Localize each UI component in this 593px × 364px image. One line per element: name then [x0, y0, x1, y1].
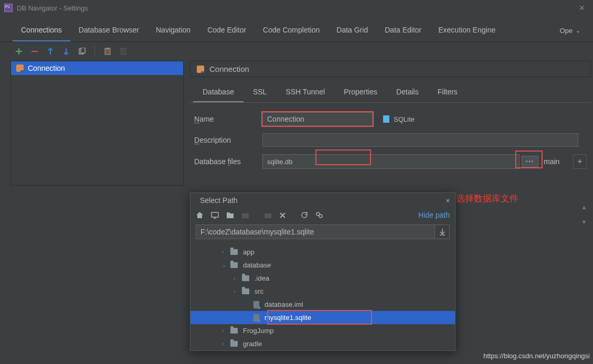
- tree-item-label: gradle: [243, 340, 262, 348]
- down-icon[interactable]: [62, 47, 70, 56]
- add-file-button[interactable]: +: [573, 154, 587, 169]
- hide-path-link[interactable]: Hide path: [418, 211, 450, 219]
- folder-icon: [242, 275, 249, 281]
- tree-item-src[interactable]: ›src: [196, 285, 455, 298]
- window-title: DB Navigator - Settings: [17, 4, 88, 12]
- tree-item-mysqlite1-sqlite[interactable]: mysqlite1.sqlite: [190, 311, 455, 324]
- svg-rect-3: [106, 48, 109, 49]
- folder-icon: [230, 249, 238, 255]
- svg-rect-5: [122, 48, 125, 49]
- subtab-properties[interactable]: Properties: [334, 84, 387, 102]
- folder-icon: [242, 288, 249, 294]
- refresh-icon[interactable]: [301, 211, 308, 219]
- tab-overflow[interactable]: Ope⌄: [559, 27, 580, 35]
- subtab-database[interactable]: Database: [193, 84, 243, 102]
- sqlite-icon: [383, 115, 389, 123]
- folder-icon: [230, 262, 238, 268]
- dialog-title: Select Path: [200, 196, 238, 205]
- tab-execution-engine[interactable]: Execution Engine: [430, 20, 504, 41]
- remove-icon[interactable]: [30, 47, 39, 56]
- tab-data-grid[interactable]: Data Grid: [328, 20, 376, 41]
- subtab-details[interactable]: Details: [387, 84, 428, 102]
- paste-icon[interactable]: [103, 47, 112, 56]
- dialog-close-icon[interactable]: ×: [446, 197, 450, 205]
- folder-icon: [230, 341, 238, 347]
- tab-navigation[interactable]: Navigation: [147, 20, 199, 41]
- tree-item--idea[interactable]: ›.idea: [196, 272, 455, 285]
- tree-item-app[interactable]: ›app: [196, 245, 455, 259]
- paste-disabled-icon: [119, 47, 128, 56]
- database-file-input[interactable]: sqlite.db: [262, 154, 520, 169]
- svg-rect-8: [227, 212, 230, 214]
- project-icon[interactable]: [226, 212, 234, 219]
- new-folder-icon: [264, 212, 272, 219]
- subtab-filters[interactable]: Filters: [428, 84, 467, 102]
- tree-item-database-iml[interactable]: database.iml: [196, 298, 455, 311]
- dialog-toolbar: Hide path: [190, 208, 455, 222]
- tree-item-label: mysqlite1.sqlite: [264, 314, 311, 322]
- chevron-right-icon: ›: [222, 328, 227, 334]
- app-icon: [4, 4, 13, 12]
- tree-item-label: database: [243, 261, 271, 269]
- subtab-ssh-tunnel[interactable]: SSH Tunnel: [276, 84, 334, 102]
- up-icon[interactable]: [46, 47, 55, 56]
- folder-icon: [230, 328, 238, 334]
- file-tree: ›app⌄database›.idea›srcdatabase.imlmysql…: [190, 244, 455, 350]
- select-path-dialog: Select Path × Hide path ›app⌄database›.i…: [190, 192, 456, 351]
- chevron-right-icon: ›: [234, 288, 239, 294]
- top-tabbar: Connections Database Browser Navigation …: [0, 20, 593, 42]
- svg-rect-6: [211, 212, 218, 217]
- tree-item-label: database.iml: [264, 301, 303, 308]
- svg-rect-10: [264, 213, 271, 218]
- tree-item-label: .idea: [255, 274, 269, 282]
- show-hidden-icon[interactable]: [315, 211, 323, 219]
- tree-item-database[interactable]: ⌄database: [196, 259, 455, 272]
- copy-icon[interactable]: [78, 47, 86, 56]
- chevron-right-icon: ›: [222, 341, 227, 347]
- description-input[interactable]: [262, 133, 578, 147]
- chevron-right-icon: ›: [234, 275, 239, 281]
- svg-point-12: [319, 215, 322, 218]
- history-button[interactable]: [435, 224, 450, 239]
- toolbar: [0, 42, 593, 61]
- tree-item-gradle[interactable]: ›gradle: [196, 337, 455, 350]
- add-icon[interactable]: [15, 47, 23, 56]
- svg-rect-1: [81, 48, 85, 53]
- module-icon: [241, 212, 249, 219]
- watermark: https://blog.csdn.net/yuzhongqingsi: [483, 352, 590, 360]
- chevron-down-icon: ⌄: [576, 27, 580, 34]
- move-down-button[interactable]: ▼: [577, 215, 591, 229]
- chevron-right-icon: ›: [222, 249, 227, 255]
- name-input[interactable]: [262, 112, 373, 126]
- sidebar-item-label: Connection: [28, 64, 65, 72]
- tab-database-browser[interactable]: Database Browser: [70, 20, 147, 41]
- sidebar-item-connection[interactable]: Connection: [11, 61, 183, 75]
- tree-item-frogjump[interactable]: ›FrogJump: [196, 324, 455, 337]
- panel-title: Connection: [209, 65, 249, 73]
- desktop-icon[interactable]: [211, 212, 219, 219]
- move-up-button[interactable]: ▲: [577, 200, 591, 214]
- home-icon[interactable]: [196, 211, 204, 219]
- main-area: Connection Connection Database SSL SSH T…: [0, 61, 593, 186]
- connection-icon: [197, 66, 204, 73]
- path-input[interactable]: [196, 224, 435, 239]
- toolbar-divider: [94, 46, 95, 57]
- close-icon[interactable]: ×: [575, 3, 589, 14]
- subtab-ssl[interactable]: SSL: [243, 84, 276, 102]
- sidebar: Connection: [10, 61, 184, 186]
- chevron-down-icon: ⌄: [222, 262, 227, 268]
- highlight-box-browse: [515, 151, 543, 168]
- tree-item-label: app: [243, 248, 255, 256]
- delete-icon[interactable]: [279, 212, 286, 219]
- db-type-label: SQLite: [394, 115, 415, 123]
- tab-code-editor[interactable]: Code Editor: [199, 20, 255, 41]
- connection-icon: [16, 65, 24, 72]
- side-buttons: ▲ ▼: [577, 200, 591, 229]
- file-icon: [253, 301, 259, 308]
- form: Name SQLite Description Database files s…: [190, 103, 591, 186]
- tab-data-editor[interactable]: Data Editor: [376, 20, 430, 41]
- tab-code-completion[interactable]: Code Completion: [255, 20, 328, 41]
- panel-header: Connection: [190, 61, 591, 77]
- name-label: Name: [194, 115, 262, 123]
- tab-connections[interactable]: Connections: [13, 20, 70, 41]
